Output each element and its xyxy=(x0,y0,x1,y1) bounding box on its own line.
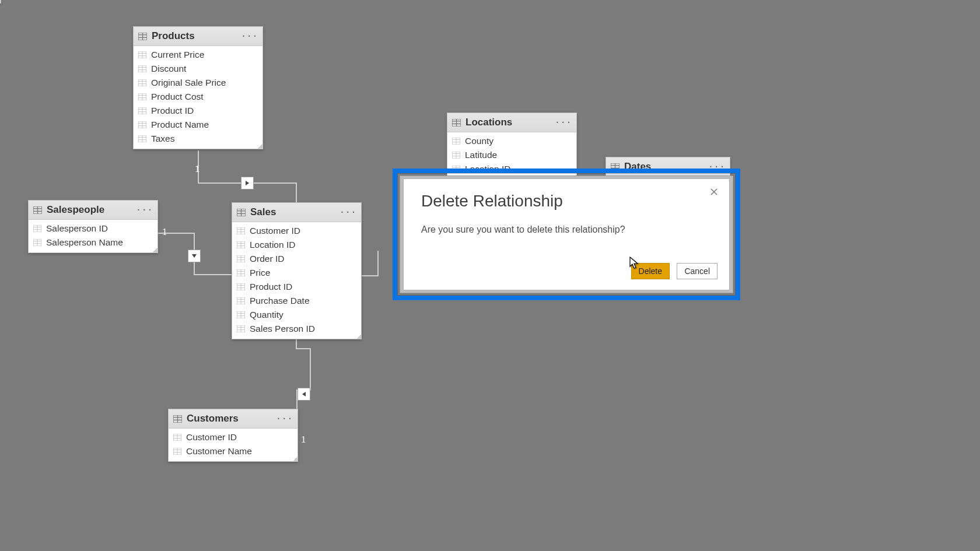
dialog-message: Are you sure you want to delete this rel… xyxy=(421,224,625,235)
delete-button-label: Delete xyxy=(639,266,662,276)
table-products[interactable]: Products · · · Current PriceDiscountOrig… xyxy=(133,26,263,149)
table-title: Locations xyxy=(466,117,554,128)
cancel-button[interactable]: Cancel xyxy=(677,263,718,279)
field-label: Location ID xyxy=(250,240,295,250)
table-menu-icon[interactable]: · · · xyxy=(240,31,259,41)
field-label: Quantity xyxy=(250,310,284,320)
field-row[interactable]: Taxes xyxy=(134,132,262,146)
field-icon xyxy=(138,107,146,114)
field-row[interactable]: Product Name xyxy=(134,118,262,132)
field-icon xyxy=(138,135,146,142)
field-row[interactable]: Price xyxy=(232,266,361,280)
field-row[interactable]: Purchase Date xyxy=(232,294,361,308)
field-icon xyxy=(237,325,245,332)
field-icon xyxy=(138,51,146,58)
field-label: Salesperson Name xyxy=(46,237,123,248)
mouse-cursor-icon xyxy=(629,257,640,271)
field-label: Latitude xyxy=(465,150,497,160)
field-icon xyxy=(237,255,245,262)
field-label: Taxes xyxy=(151,134,175,144)
filter-direction-icon xyxy=(188,250,201,262)
table-icon xyxy=(173,415,182,423)
dialog-title: Delete Relationship xyxy=(421,192,563,210)
field-label: Customer ID xyxy=(250,226,300,236)
field-label: Product Name xyxy=(151,120,209,130)
filter-direction-icon xyxy=(241,177,254,189)
field-icon xyxy=(138,121,146,128)
field-label: Product Cost xyxy=(151,92,204,102)
table-title: Salespeople xyxy=(47,204,135,216)
table-title: Customers xyxy=(187,413,275,424)
field-row[interactable]: Salesperson ID xyxy=(29,222,158,236)
table-menu-icon[interactable]: · · · xyxy=(135,205,154,215)
field-row[interactable]: Customer Name xyxy=(169,444,298,458)
field-label: Price xyxy=(250,268,270,278)
field-label: Product ID xyxy=(250,282,292,292)
field-row[interactable]: Location ID xyxy=(232,238,361,252)
resize-handle-icon[interactable] xyxy=(292,456,298,462)
field-icon xyxy=(452,152,460,159)
field-icon xyxy=(237,227,245,234)
field-icon xyxy=(237,241,245,248)
table-title: Sales xyxy=(250,206,339,218)
resize-handle-icon[interactable] xyxy=(152,247,158,253)
field-label: Purchase Date xyxy=(250,296,310,306)
field-label: Discount xyxy=(151,64,186,74)
table-menu-icon[interactable]: · · · xyxy=(339,208,358,217)
table-sales[interactable]: Sales · · · Customer IDLocation IDOrder … xyxy=(232,202,362,339)
table-customers[interactable]: Customers · · · Customer IDCustomer Name xyxy=(168,409,298,462)
table-dates-fields[interactable] xyxy=(0,0,1,3)
table-icon xyxy=(452,119,461,127)
model-canvas[interactable]: 1 1 1 Products · · · Current PriceDiscou… xyxy=(0,0,980,551)
field-row[interactable]: Latitude xyxy=(447,148,576,162)
field-label: Original Sale Price xyxy=(151,78,226,88)
field-label: Current Price xyxy=(151,50,204,60)
field-icon xyxy=(452,138,460,145)
field-icon xyxy=(138,93,146,100)
field-row[interactable]: Order ID xyxy=(232,252,361,266)
field-label: Order ID xyxy=(250,254,284,264)
field-row[interactable]: Discount xyxy=(134,62,262,76)
resize-handle-icon[interactable] xyxy=(257,143,263,149)
field-icon xyxy=(33,225,41,232)
field-label: Customer Name xyxy=(186,446,252,457)
table-menu-icon[interactable]: · · · xyxy=(554,118,573,127)
field-label: Sales Person ID xyxy=(250,324,315,334)
field-row[interactable]: Current Price xyxy=(134,48,262,62)
field-icon xyxy=(237,283,245,290)
field-row[interactable]: Salesperson Name xyxy=(29,236,158,250)
cancel-button-label: Cancel xyxy=(684,266,710,276)
field-row[interactable]: Product ID xyxy=(134,104,262,118)
table-icon xyxy=(237,209,246,216)
table-menu-icon[interactable]: · · · xyxy=(275,414,294,423)
field-row[interactable]: Product ID xyxy=(232,280,361,294)
table-icon xyxy=(138,33,147,40)
field-icon xyxy=(138,79,146,86)
field-row[interactable]: Quantity xyxy=(232,308,361,322)
table-icon xyxy=(33,206,42,214)
field-label: Salesperson ID xyxy=(46,223,108,234)
close-icon[interactable] xyxy=(707,185,721,199)
field-icon xyxy=(173,448,181,455)
field-icon xyxy=(33,239,41,246)
cardinality-products: 1 xyxy=(195,163,200,175)
field-row[interactable]: Sales Person ID xyxy=(232,322,361,336)
field-row[interactable]: Original Sale Price xyxy=(134,76,262,90)
cardinality-customers: 1 xyxy=(301,434,306,445)
field-label: Customer ID xyxy=(186,432,237,443)
resize-handle-icon[interactable] xyxy=(356,334,362,339)
table-salespeople[interactable]: Salespeople · · · Salesperson IDSalesper… xyxy=(28,200,158,253)
field-icon xyxy=(237,311,245,318)
field-row[interactable]: Customer ID xyxy=(232,224,361,238)
cardinality-salespeople: 1 xyxy=(162,226,167,238)
field-icon xyxy=(138,65,146,72)
field-row[interactable]: County xyxy=(447,134,576,148)
field-label: Product ID xyxy=(151,106,194,116)
field-row[interactable]: Product Cost xyxy=(134,90,262,104)
field-icon xyxy=(173,434,181,441)
field-label: County xyxy=(465,136,494,146)
filter-direction-icon xyxy=(298,388,310,401)
delete-relationship-dialog: Delete Relationship Are you sure you wan… xyxy=(403,178,730,290)
field-row[interactable]: Customer ID xyxy=(169,430,298,444)
resize-handle-icon[interactable] xyxy=(0,0,1,3)
